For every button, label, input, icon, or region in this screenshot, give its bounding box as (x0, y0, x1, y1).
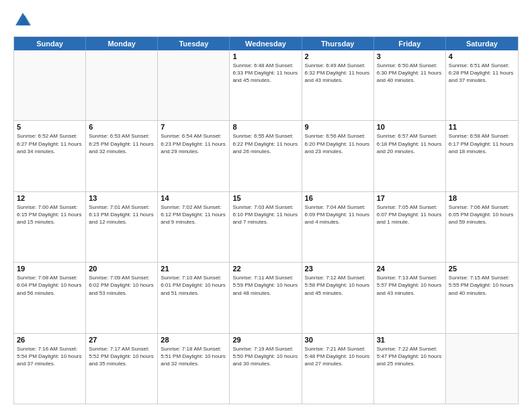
day-number: 27 (89, 336, 154, 344)
day-cell (158, 50, 230, 120)
day-header-thursday: Thursday (302, 37, 374, 50)
day-cell: 24Sunrise: 7:13 AM Sunset: 5:57 PM Dayli… (374, 263, 446, 332)
page: SundayMondayTuesdayWednesdayThursdayFrid… (0, 0, 532, 411)
day-info: Sunrise: 7:17 AM Sunset: 5:52 PM Dayligh… (89, 345, 154, 368)
day-info: Sunrise: 7:12 AM Sunset: 5:58 PM Dayligh… (305, 274, 371, 297)
day-number: 17 (377, 194, 443, 202)
day-info: Sunrise: 7:06 AM Sunset: 6:05 PM Dayligh… (449, 203, 515, 226)
day-headers: SundayMondayTuesdayWednesdayThursdayFrid… (14, 37, 518, 50)
day-cell: 21Sunrise: 7:10 AM Sunset: 6:01 PM Dayli… (158, 263, 230, 332)
day-info: Sunrise: 7:22 AM Sunset: 5:47 PM Dayligh… (377, 345, 443, 368)
day-number: 22 (232, 265, 298, 273)
day-cell: 27Sunrise: 7:17 AM Sunset: 5:52 PM Dayli… (86, 334, 158, 404)
day-cell: 5Sunrise: 6:52 AM Sunset: 6:27 PM Daylig… (14, 121, 86, 191)
day-number: 23 (305, 265, 371, 273)
day-number: 5 (17, 123, 83, 131)
day-cell: 14Sunrise: 7:02 AM Sunset: 6:12 PM Dayli… (158, 192, 230, 262)
day-header-sunday: Sunday (14, 37, 86, 50)
day-number: 19 (17, 265, 83, 273)
day-info: Sunrise: 7:15 AM Sunset: 5:55 PM Dayligh… (449, 274, 515, 297)
day-info: Sunrise: 7:11 AM Sunset: 5:59 PM Dayligh… (232, 274, 298, 297)
day-info: Sunrise: 6:56 AM Sunset: 6:20 PM Dayligh… (305, 132, 371, 155)
day-number: 18 (449, 194, 515, 202)
day-number: 13 (89, 194, 154, 202)
day-cell: 10Sunrise: 6:57 AM Sunset: 6:18 PM Dayli… (374, 121, 446, 191)
week-row-1: 1Sunrise: 6:48 AM Sunset: 6:33 PM Daylig… (14, 50, 518, 120)
day-cell: 22Sunrise: 7:11 AM Sunset: 5:59 PM Dayli… (230, 263, 302, 332)
day-info: Sunrise: 7:19 AM Sunset: 5:50 PM Dayligh… (232, 345, 298, 368)
day-cell (14, 50, 86, 120)
day-header-monday: Monday (86, 37, 158, 50)
logo (13, 11, 35, 30)
day-cell: 3Sunrise: 6:50 AM Sunset: 6:30 PM Daylig… (374, 50, 446, 120)
day-info: Sunrise: 6:48 AM Sunset: 6:33 PM Dayligh… (232, 62, 298, 85)
day-info: Sunrise: 6:53 AM Sunset: 6:25 PM Dayligh… (89, 132, 154, 155)
week-row-4: 19Sunrise: 7:08 AM Sunset: 6:04 PM Dayli… (14, 262, 518, 332)
day-number: 9 (305, 123, 371, 131)
day-info: Sunrise: 7:09 AM Sunset: 6:02 PM Dayligh… (89, 274, 154, 297)
day-cell: 20Sunrise: 7:09 AM Sunset: 6:02 PM Dayli… (86, 263, 158, 332)
day-number: 11 (449, 123, 515, 131)
day-number: 29 (232, 336, 298, 344)
day-cell: 29Sunrise: 7:19 AM Sunset: 5:50 PM Dayli… (230, 334, 302, 404)
day-cell: 26Sunrise: 7:16 AM Sunset: 5:54 PM Dayli… (14, 334, 86, 404)
week-row-2: 5Sunrise: 6:52 AM Sunset: 6:27 PM Daylig… (14, 120, 518, 191)
day-number: 31 (377, 336, 443, 344)
day-cell: 12Sunrise: 7:00 AM Sunset: 6:15 PM Dayli… (14, 192, 86, 262)
day-header-tuesday: Tuesday (158, 37, 230, 50)
day-number: 14 (161, 194, 226, 202)
day-info: Sunrise: 7:10 AM Sunset: 6:01 PM Dayligh… (161, 274, 226, 297)
day-number: 21 (161, 265, 226, 273)
day-info: Sunrise: 6:51 AM Sunset: 6:28 PM Dayligh… (449, 62, 515, 85)
day-cell: 2Sunrise: 6:49 AM Sunset: 6:32 PM Daylig… (302, 50, 374, 120)
calendar: SundayMondayTuesdayWednesdayThursdayFrid… (13, 36, 519, 404)
day-header-friday: Friday (374, 37, 446, 50)
day-info: Sunrise: 7:21 AM Sunset: 5:48 PM Dayligh… (305, 345, 371, 368)
day-info: Sunrise: 6:54 AM Sunset: 6:23 PM Dayligh… (161, 132, 226, 155)
day-cell: 30Sunrise: 7:21 AM Sunset: 5:48 PM Dayli… (302, 334, 374, 404)
day-cell: 25Sunrise: 7:15 AM Sunset: 5:55 PM Dayli… (446, 263, 518, 332)
day-number: 4 (449, 52, 515, 60)
day-number: 12 (17, 194, 83, 202)
day-cell (446, 334, 518, 404)
day-cell: 8Sunrise: 6:55 AM Sunset: 6:22 PM Daylig… (230, 121, 302, 191)
day-cell: 17Sunrise: 7:05 AM Sunset: 6:07 PM Dayli… (374, 192, 446, 262)
day-number: 7 (161, 123, 226, 131)
day-cell (86, 50, 158, 120)
day-number: 30 (305, 336, 371, 344)
day-cell: 6Sunrise: 6:53 AM Sunset: 6:25 PM Daylig… (86, 121, 158, 191)
day-info: Sunrise: 6:58 AM Sunset: 6:17 PM Dayligh… (449, 132, 515, 155)
day-info: Sunrise: 7:08 AM Sunset: 6:04 PM Dayligh… (17, 274, 83, 297)
day-info: Sunrise: 7:04 AM Sunset: 6:09 PM Dayligh… (305, 203, 371, 226)
day-info: Sunrise: 6:49 AM Sunset: 6:32 PM Dayligh… (305, 62, 371, 85)
day-cell: 7Sunrise: 6:54 AM Sunset: 6:23 PM Daylig… (158, 121, 230, 191)
day-cell: 9Sunrise: 6:56 AM Sunset: 6:20 PM Daylig… (302, 121, 374, 191)
day-number: 25 (449, 265, 515, 273)
day-cell: 28Sunrise: 7:18 AM Sunset: 5:51 PM Dayli… (158, 334, 230, 404)
day-header-saturday: Saturday (446, 37, 518, 50)
day-number: 26 (17, 336, 83, 344)
day-number: 8 (232, 123, 298, 131)
day-number: 16 (305, 194, 371, 202)
day-number: 2 (305, 52, 371, 60)
day-cell: 13Sunrise: 7:01 AM Sunset: 6:13 PM Dayli… (86, 192, 158, 262)
day-cell: 23Sunrise: 7:12 AM Sunset: 5:58 PM Dayli… (302, 263, 374, 332)
day-cell: 19Sunrise: 7:08 AM Sunset: 6:04 PM Dayli… (14, 263, 86, 332)
day-cell: 31Sunrise: 7:22 AM Sunset: 5:47 PM Dayli… (374, 334, 446, 404)
day-cell: 16Sunrise: 7:04 AM Sunset: 6:09 PM Dayli… (302, 192, 374, 262)
day-cell: 4Sunrise: 6:51 AM Sunset: 6:28 PM Daylig… (446, 50, 518, 120)
day-info: Sunrise: 6:52 AM Sunset: 6:27 PM Dayligh… (17, 132, 83, 155)
day-info: Sunrise: 7:03 AM Sunset: 6:10 PM Dayligh… (232, 203, 298, 226)
day-info: Sunrise: 6:50 AM Sunset: 6:30 PM Dayligh… (377, 62, 443, 85)
day-info: Sunrise: 7:16 AM Sunset: 5:54 PM Dayligh… (17, 345, 83, 368)
day-info: Sunrise: 7:02 AM Sunset: 6:12 PM Dayligh… (161, 203, 226, 226)
week-row-3: 12Sunrise: 7:00 AM Sunset: 6:15 PM Dayli… (14, 191, 518, 262)
day-info: Sunrise: 7:18 AM Sunset: 5:51 PM Dayligh… (161, 345, 226, 368)
day-info: Sunrise: 7:13 AM Sunset: 5:57 PM Dayligh… (377, 274, 443, 297)
day-header-wednesday: Wednesday (230, 37, 302, 50)
calendar-body: 1Sunrise: 6:48 AM Sunset: 6:33 PM Daylig… (14, 50, 518, 404)
day-cell: 15Sunrise: 7:03 AM Sunset: 6:10 PM Dayli… (230, 192, 302, 262)
day-number: 3 (377, 52, 443, 60)
day-info: Sunrise: 7:01 AM Sunset: 6:13 PM Dayligh… (89, 203, 154, 226)
day-cell: 11Sunrise: 6:58 AM Sunset: 6:17 PM Dayli… (446, 121, 518, 191)
